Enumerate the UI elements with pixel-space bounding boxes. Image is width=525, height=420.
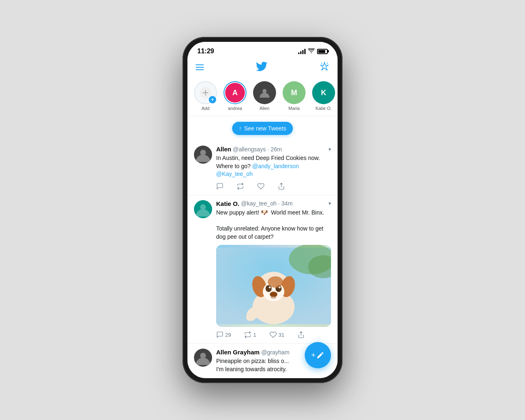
fab-plus: +	[311, 351, 316, 360]
story-avatar-andrea: A	[224, 82, 246, 103]
tweet-1-username: Allen	[216, 146, 231, 153]
status-bar: 11:29	[187, 42, 338, 58]
stories-row: + Add A andrea A	[187, 78, 338, 116]
tweet-2-header: Katie O. @kay_tee_oh · 34m ▾ New puppy a…	[194, 200, 331, 338]
story-avatar-allen	[253, 81, 276, 104]
tweet-1-meta-left: Allen @allengsays · 26m	[216, 146, 282, 153]
see-new-label: See new Tweets	[244, 125, 286, 132]
tweet-2-chevron[interactable]: ▾	[329, 201, 331, 206]
phone-screen: 11:29	[187, 42, 338, 378]
svg-point-22	[246, 313, 255, 321]
svg-point-2	[262, 89, 267, 93]
tweet-2-username: Katie O.	[216, 200, 240, 207]
tweet-2-share[interactable]	[297, 331, 305, 338]
tweet-3-avatar[interactable]	[194, 349, 212, 367]
story-maria[interactable]: M Maria	[283, 81, 306, 111]
tweet-1-content: Allen @allengsays · 26m ▾ In Austin, nee…	[216, 146, 331, 190]
menu-button[interactable]	[196, 64, 204, 70]
tweet-2-time: · 34m	[278, 200, 292, 207]
tweet-2-content: Katie O. @kay_tee_oh · 34m ▾ New puppy a…	[216, 200, 331, 338]
tweet-2-text: New puppy alert! 🐶 World meet Mr. Binx. …	[216, 209, 331, 241]
twitter-logo[interactable]	[256, 62, 267, 73]
tweet-2: Katie O. @kay_tee_oh · 34m ▾ New puppy a…	[187, 195, 338, 344]
add-plus-badge: +	[209, 96, 216, 103]
tweet-2-like-count: 31	[278, 332, 284, 338]
status-time: 11:29	[197, 48, 214, 55]
svg-point-17	[269, 287, 271, 289]
tweet-2-retweet-count: 1	[253, 332, 256, 338]
tweet-2-avatar[interactable]	[194, 200, 212, 218]
svg-point-4	[200, 150, 206, 155]
compose-fab[interactable]: +	[305, 342, 331, 368]
see-new-arrow: ↑	[239, 125, 242, 132]
story-label-katie: Katie O.	[315, 106, 332, 111]
story-label-allen: Allen	[260, 106, 269, 111]
story-allen[interactable]: Allen	[253, 81, 276, 111]
see-new-tweets-button[interactable]: ↑ See new Tweets	[232, 122, 292, 135]
story-katie[interactable]: K Katie O.	[312, 81, 335, 111]
tweet-1-time: · 26m	[267, 146, 282, 153]
story-label-add: Add	[201, 106, 210, 111]
phone-frame: 11:29	[183, 37, 342, 383]
tweet-2-retweet[interactable]: 1	[244, 331, 256, 338]
tweet-3-username: Allen Grayham	[216, 349, 260, 356]
tweet-2-like[interactable]: 31	[269, 331, 284, 338]
tweet-1-like[interactable]	[257, 183, 265, 190]
tweet-2-comment[interactable]: 29	[216, 331, 231, 338]
tweet-1-comment[interactable]	[216, 183, 224, 190]
tweet-2-comment-count: 29	[225, 332, 231, 338]
story-avatar-katie: K	[312, 81, 335, 104]
tweet-2-image	[216, 245, 331, 327]
tweet-3-handle: @grayham	[261, 349, 290, 356]
tweet-1-header: Allen @allengsays · 26m ▾ In Austin, nee…	[194, 146, 331, 190]
story-avatar-maria: M	[283, 81, 306, 104]
story-andrea[interactable]: A andrea	[224, 81, 247, 111]
story-label-maria: Maria	[288, 106, 300, 111]
tweet-1-retweet[interactable]	[237, 183, 244, 190]
tweet-2-meta: Katie O. @kay_tee_oh · 34m ▾	[216, 200, 331, 207]
mention-kay[interactable]: @Kay_tee_oh	[216, 171, 253, 177]
svg-point-20	[268, 276, 283, 288]
battery-icon	[317, 49, 328, 54]
sparkle-button[interactable]	[320, 62, 329, 73]
tweet-2-meta-left: Katie O. @kay_tee_oh · 34m	[216, 200, 292, 207]
svg-point-6	[200, 204, 206, 210]
wifi-icon	[308, 48, 315, 55]
status-icons	[298, 48, 328, 55]
story-add[interactable]: + Add	[194, 81, 217, 111]
svg-point-19	[270, 292, 278, 297]
add-story-avatar: +	[194, 81, 217, 104]
tweet-1-text: In Austin, need Deep Fried Cookies now. …	[216, 154, 331, 178]
tweet-1: Allen @allengsays · 26m ▾ In Austin, nee…	[187, 141, 338, 195]
tweet-1-chevron[interactable]: ▾	[329, 146, 331, 152]
tweet-1-meta: Allen @allengsays · 26m ▾	[216, 146, 331, 153]
compose-icon	[316, 351, 324, 359]
top-nav	[187, 58, 338, 78]
signal-icon	[298, 48, 306, 54]
tweet-1-handle: @allengsays	[233, 146, 266, 153]
tweet-1-avatar[interactable]	[194, 146, 212, 164]
story-ring-andrea: A	[224, 81, 247, 104]
tweet-2-actions: 29 1	[216, 331, 331, 338]
see-new-wrapper: ↑ See new Tweets	[187, 116, 338, 141]
mention-andy[interactable]: @andy_landerson	[252, 163, 299, 169]
tweet-3-meta-left: Allen Grayham @grayham	[216, 349, 290, 356]
story-label-andrea: andrea	[228, 106, 242, 111]
svg-point-24	[200, 353, 206, 358]
tweet-2-handle: @kay_tee_oh	[241, 200, 277, 207]
fab-inner: +	[311, 351, 325, 360]
tweet-feed: ↑ See new Tweets	[187, 116, 338, 378]
tweet-1-actions	[216, 183, 331, 190]
tweet-1-share[interactable]	[278, 183, 285, 190]
